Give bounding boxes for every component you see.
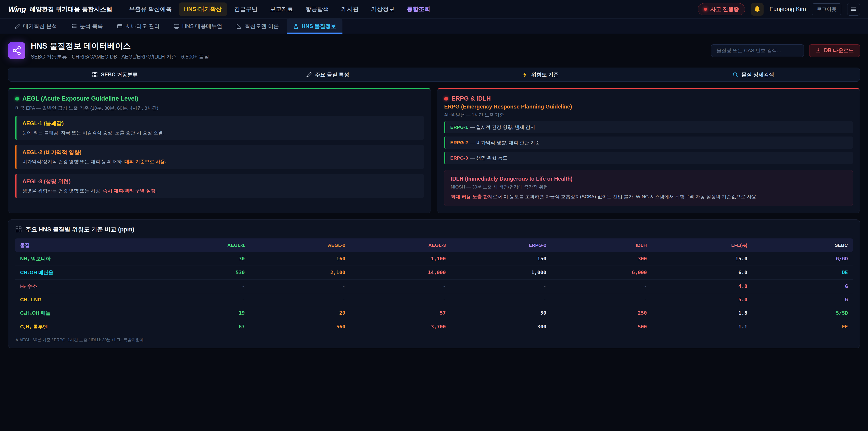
subtab-6[interactable]: HNS 물질정보 — [287, 19, 342, 34]
table-row: CH₃OH 메탄올5302,10014,0001,0006,0006.0DE — [15, 266, 853, 279]
value-cell: 67 — [149, 320, 250, 334]
hamburger-menu-button[interactable] — [847, 3, 860, 16]
value-cell: 300 — [551, 252, 652, 266]
table-title: 주요 HNS 물질별 위험도 기준 비교 (ppm) — [15, 225, 853, 234]
subtab-label: HNS 대응매뉴얼 — [182, 23, 222, 30]
col-header-3: AEGL-2 — [250, 239, 350, 252]
value-cell: DE — [752, 266, 853, 279]
erpg-subtitle: AIHA 발행 — 1시간 노출 기준 — [444, 112, 853, 118]
red-dot-icon — [444, 97, 448, 100]
value-cell: - — [149, 279, 250, 293]
idlh-box: IDLH (Immediately Dangerous to Life or H… — [444, 170, 853, 206]
subtab-3[interactable]: 시나리오 관리 — [111, 19, 166, 34]
bolt-icon — [522, 72, 528, 78]
value-cell: 5.0 — [652, 293, 752, 306]
value-cell: S/SD — [752, 306, 853, 320]
value-cell: - — [350, 293, 451, 306]
idlh-subtitle: NIOSH — 30분 노출 시 생명/건강에 즉각적 위험 — [451, 184, 846, 190]
page-header-text: HNS 물질정보 데이터베이스 SEBC 거동분류 · CHRIS/CAMEO … — [31, 41, 209, 60]
nav-item-5[interactable]: 항공탐색 — [301, 2, 334, 16]
pencil-icon — [14, 23, 20, 29]
value-cell: 14,000 — [350, 266, 451, 279]
substance-cell: CH₄ LNG — [15, 293, 149, 306]
nav-item-6[interactable]: 게시판 — [336, 2, 364, 16]
erpg-idlh-panel: ERPG & IDLH ERPG (Emergency Response Pla… — [437, 88, 860, 213]
aegl-cards: AEGL-1 (불쾌감)눈에 띄는 불쾌감, 자극 또는 비감각적 증상. 노출… — [15, 116, 424, 198]
value-cell: 15.0 — [652, 252, 752, 266]
incident-status-badge[interactable]: 사고 진행중 — [698, 3, 745, 16]
nav-item-7[interactable]: 기상정보 — [366, 2, 400, 16]
subtab-label: 시나리오 관리 — [125, 23, 160, 30]
download-icon — [815, 48, 821, 54]
erpg-rows: ERPG-1— 일시적 건강 영향, 냄새 감지ERPG-2— 비가역적 영향,… — [444, 121, 853, 164]
col-header-1: 물질 — [15, 239, 149, 252]
value-cell: 30 — [149, 252, 250, 266]
green-dot-icon — [15, 97, 19, 100]
value-cell: - — [149, 293, 250, 306]
aegl-level-card-3: AEGL-3 (생명 위협)생명을 위협하는 건강 영향 또는 사망. 즉시 대… — [15, 174, 424, 198]
value-cell: 1.8 — [652, 306, 752, 320]
ruler-icon — [236, 23, 242, 29]
erpg-row-text: — 비가역적 영향, 대피 판단 기준 — [470, 140, 540, 145]
value-cell: 57 — [350, 306, 451, 320]
col-header-7: LFL(%) — [652, 239, 752, 252]
idlh-description: 최대 허용 노출 한계로서 이 농도를 초과하면 자급식 호흡장치(SCBA) … — [451, 193, 846, 201]
aegl-level-description: 생명을 위협하는 건강 영향 또는 사망. 즉시 대피/격리 구역 설정. — [22, 187, 418, 194]
value-cell: 500 — [551, 320, 652, 334]
page-icon — [8, 42, 25, 59]
value-cell: - — [451, 279, 551, 293]
table-body: NH₃ 암모니아301601,10015030015.0G/GDCH₃OH 메탄… — [15, 252, 853, 334]
subtab-2[interactable]: 분석 목록 — [65, 19, 110, 34]
aegl-level-card-2: AEGL-2 (비가역적 영향)비가역적/장기적 건강 영향 또는 대피 능력 … — [15, 145, 424, 169]
value-cell: 560 — [250, 320, 350, 334]
pencil-icon — [306, 72, 312, 78]
aegl-level-title: AEGL-2 (비가역적 영향) — [22, 149, 418, 156]
list-icon — [71, 23, 77, 29]
value-cell: 150 — [451, 252, 551, 266]
board-icon — [117, 23, 123, 29]
section-tab-label: SEBC 거동분류 — [101, 71, 138, 78]
nav-item-8[interactable]: 통합조회 — [402, 2, 435, 16]
value-cell: G — [752, 279, 853, 293]
section-tab-2[interactable]: 주요 물질 특성 — [221, 68, 434, 81]
value-cell: 2,100 — [250, 266, 350, 279]
subtab-4[interactable]: HNS 대응매뉴얼 — [167, 19, 228, 34]
app-title: 해양환경 위기대응 통합시스템 — [30, 5, 112, 13]
aegl-panel-subtitle: 미국 EPA — 일반인 급성 노출 기준 (10분, 30분, 60분, 4시… — [15, 105, 424, 111]
search-icon — [733, 72, 738, 78]
substance-search-input[interactable] — [711, 44, 804, 57]
logout-button[interactable]: 로그아웃 — [812, 3, 841, 15]
section-tab-1[interactable]: SEBC 거동분류 — [8, 68, 221, 81]
nav-item-2[interactable]: HNS·대기확산 — [179, 2, 227, 16]
nav-item-3[interactable]: 긴급구난 — [229, 2, 263, 16]
nav-item-1[interactable]: 유출유 확산예측 — [124, 2, 177, 16]
subtab-5[interactable]: 확산모델 이론 — [230, 19, 285, 34]
section-tab-3[interactable]: 위험도 기준 — [434, 68, 647, 81]
table-row: C₇H₈ 톨루엔675603,7003005001.1FE — [15, 320, 853, 334]
aegl-level-highlight: 즉시 대피/격리 구역 설정. — [103, 188, 157, 193]
value-cell: 19 — [149, 306, 250, 320]
notifications-button[interactable] — [751, 3, 764, 16]
grid-icon — [92, 72, 98, 78]
section-tabbar: SEBC 거동분류주요 물질 특성위험도 기준물질 상세검색 — [8, 68, 860, 82]
value-cell: 160 — [250, 252, 350, 266]
flask-icon — [293, 23, 299, 29]
value-cell: FE — [752, 320, 853, 334]
value-cell: 3,700 — [350, 320, 451, 334]
value-cell: 1.1 — [652, 320, 752, 334]
subtab-1[interactable]: 대기확산 분석 — [8, 19, 64, 34]
nav-item-4[interactable]: 보고자료 — [265, 2, 298, 16]
substance-cell: H₂ 수소 — [15, 279, 149, 293]
menu-icon — [850, 6, 857, 13]
section-tab-4[interactable]: 물질 상세검색 — [647, 68, 860, 81]
table-row: H₂ 수소-----4.0G — [15, 279, 853, 293]
db-download-button[interactable]: DB 다운로드 — [809, 44, 860, 57]
page-header: HNS 물질정보 데이터베이스 SEBC 거동분류 · CHRIS/CAMEO … — [0, 34, 868, 66]
col-header-8: SEBC — [752, 239, 853, 252]
value-cell: 300 — [451, 320, 551, 334]
erpg-row-label: ERPG-2 — [450, 140, 468, 145]
aegl-level-card-1: AEGL-1 (불쾌감)눈에 띄는 불쾌감, 자극 또는 비감각적 증상. 노출… — [15, 116, 424, 140]
subtab-label: 분석 목록 — [80, 23, 103, 30]
value-cell: G/GD — [752, 252, 853, 266]
substance-cell: NH₃ 암모니아 — [15, 252, 149, 266]
